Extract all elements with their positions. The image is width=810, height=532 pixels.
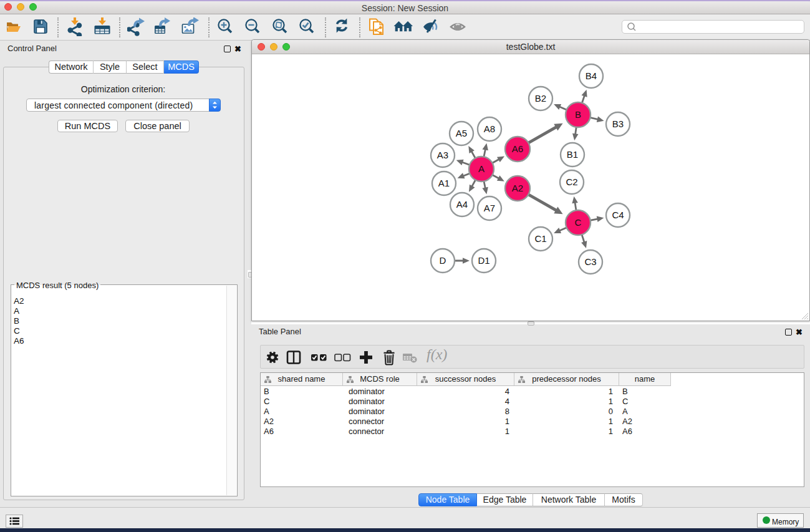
svg-text:B2: B2 [535,93,546,104]
svg-text:A: A [478,163,485,174]
svg-text:B3: B3 [612,118,624,129]
svg-text:A8: A8 [484,123,495,134]
svg-text:D1: D1 [478,255,489,266]
svg-text:B4: B4 [586,70,597,81]
svg-text:C1: C1 [534,233,546,244]
svg-text:C3: C3 [584,256,596,267]
svg-text:A1: A1 [438,178,450,188]
svg-text:C: C [575,217,582,228]
svg-text:A3: A3 [437,150,448,160]
svg-text:A4: A4 [456,199,468,210]
svg-text:A2: A2 [512,183,523,193]
svg-text:C4: C4 [612,210,624,220]
svg-text:C2: C2 [566,177,577,187]
svg-text:A6: A6 [512,143,523,154]
svg-text:B1: B1 [567,149,578,160]
svg-text:A7: A7 [484,203,495,213]
svg-text:A5: A5 [456,128,467,138]
svg-text:D: D [440,255,446,266]
svg-text:B: B [575,109,581,120]
